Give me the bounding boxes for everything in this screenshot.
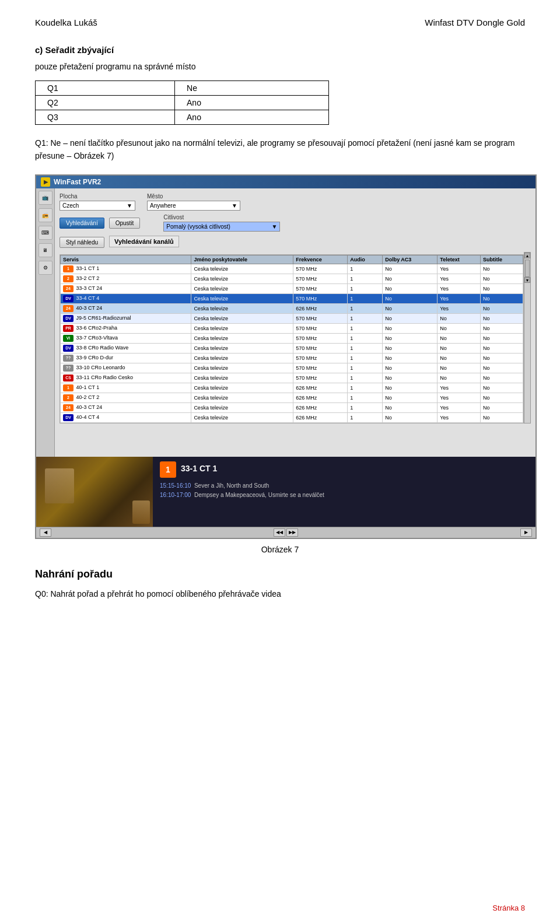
preview-info: 1 33-1 CT 1 15:15-16:10 Sever a Jih, Nor…: [153, 457, 536, 527]
channel-audio: 1: [348, 293, 383, 303]
plocha-label: Plocha: [60, 193, 135, 200]
channel-dolby: No: [383, 393, 438, 402]
nav-left-btn[interactable]: ◀: [40, 528, 51, 537]
channel-dolby: No: [383, 373, 438, 383]
channel-freq: 570 MHz: [293, 353, 348, 363]
scroll-up-btn[interactable]: ▲: [524, 253, 530, 258]
plocha-select[interactable]: Czech ▼: [60, 201, 135, 211]
channel-dolby: No: [383, 293, 438, 303]
titlebar-icon: ▶: [41, 177, 50, 187]
channel-row[interactable]: DV 33-4 CT 4 Ceska televize 570 MHz 1 No…: [61, 293, 523, 303]
citlivost-group: Citlivost Pomalý (vysoká citlivost) ▼: [163, 214, 280, 232]
channel-row[interactable]: ?? 33-10 CRo Leonardo Ceska televize 570…: [61, 363, 523, 373]
channel-audio: 1: [348, 343, 383, 353]
vyhledavani-button[interactable]: Vyhledávání: [60, 218, 104, 229]
scroll-down-btn[interactable]: ▼: [524, 277, 530, 283]
channel-teletext: No: [438, 363, 481, 373]
channel-servis: 2 33-2 CT 2: [61, 274, 191, 284]
table-header-row: Servis Jméno poskytovatele Frekvence Aud…: [61, 255, 523, 264]
page-number: Stránka 8: [492, 904, 525, 912]
channel-table: Servis Jméno poskytovatele Frekvence Aud…: [60, 255, 523, 423]
styl-nahledu-button[interactable]: Styl náhledu: [60, 237, 104, 248]
channel-row[interactable]: DV 40-4 CT 4 Ceska televize 626 MHz 1 No…: [61, 412, 523, 422]
channel-freq: 570 MHz: [293, 363, 348, 373]
citlivost-dropdown-icon: ▼: [271, 223, 277, 230]
channel-row[interactable]: 2 40-2 CT 2 Ceska televize 626 MHz 1 No …: [61, 393, 523, 402]
section-c-subtitle: pouze přetažení programu na správné míst…: [35, 62, 525, 71]
channel-teletext: No: [438, 333, 481, 343]
author: Koudelka Lukáš: [35, 18, 97, 27]
channel-freq: 626 MHz: [293, 402, 348, 412]
channel-row[interactable]: 2 33-2 CT 2 Ceska televize 570 MHz 1 No …: [61, 274, 523, 284]
channel-audio: 1: [348, 393, 383, 402]
channel-provider: Ceska televize: [191, 264, 293, 274]
channel-audio: 1: [348, 264, 383, 274]
nav-right-btn[interactable]: ▶: [520, 528, 532, 537]
recording-title: Nahrání pořadu: [35, 568, 525, 580]
channel-servis: DV 40-4 CT 4: [61, 412, 191, 422]
opustit-button[interactable]: Opustit: [109, 218, 141, 229]
scrollbar[interactable]: ▲ ▼: [524, 252, 531, 424]
mesto-select[interactable]: Anywhere ▼: [147, 201, 240, 211]
tv-icon: 📺: [38, 191, 52, 205]
citlivost-select[interactable]: Pomalý (vysoká citlivost) ▼: [163, 222, 280, 232]
channel-teletext: Yes: [438, 393, 481, 402]
channel-row[interactable]: DV J9-5 CR61-Radiozurnal Ceska televize …: [61, 313, 523, 323]
channel-freq: 626 MHz: [293, 383, 348, 393]
channel-teletext: Yes: [438, 402, 481, 412]
time-1: 15:15-16:10: [160, 482, 191, 489]
channel-teletext: Yes: [438, 264, 481, 274]
channel-audio: 1: [348, 313, 383, 323]
channel-subtitle: No: [480, 393, 523, 402]
channel-provider: Ceska televize: [191, 412, 293, 422]
form-row-1: Plocha Czech ▼ Město Anywhere ▼: [60, 193, 531, 211]
channel-subtitle: No: [480, 333, 523, 343]
channel-servis: 1 33-1 CT 1: [61, 264, 191, 274]
mesto-value: Anywhere: [150, 202, 176, 209]
channel-row[interactable]: 1 33-1 CT 1 Ceska televize 570 MHz 1 No …: [61, 264, 523, 274]
channel-row[interactable]: ?? 33-9 CRo D-dur Ceska televize 570 MHz…: [61, 353, 523, 363]
section-bar-label: Vyhledávání kanálů: [109, 236, 179, 247]
channel-provider: Ceska televize: [191, 293, 293, 303]
scroll-thumb[interactable]: [525, 260, 530, 277]
channel-freq: 570 MHz: [293, 313, 348, 323]
channel-row[interactable]: CS 33-11 CRo Radio Cesko Ceska televize …: [61, 373, 523, 383]
channel-servis: ?? 33-10 CRo Leonardo: [61, 363, 191, 373]
q1-value: Ne: [175, 81, 329, 96]
mesto-label: Město: [147, 193, 240, 200]
channel-row[interactable]: 24 40-3 CT 24 Ceska televize 626 MHz 1 N…: [61, 402, 523, 412]
nav-prev-btn[interactable]: ◀◀: [274, 528, 285, 537]
th-teletext: Teletext: [438, 255, 481, 264]
channel-dolby: No: [383, 323, 438, 333]
q3-value: Ano: [175, 110, 329, 125]
channel-provider: Ceska televize: [191, 402, 293, 412]
figure-caption: Obrázek 7: [35, 545, 525, 554]
channel-row[interactable]: PR 33-6 CRo2-Praha Ceska televize 570 MH…: [61, 323, 523, 333]
channel-dolby: No: [383, 313, 438, 323]
nav-next-btn[interactable]: ▶▶: [286, 528, 298, 537]
channel-row[interactable]: 24 40-3 CT 24 Ceska televize 626 MHz 1 N…: [61, 303, 523, 313]
channel-servis: CS 33-11 CRo Radio Cesko: [61, 373, 191, 383]
mesto-dropdown-icon: ▼: [232, 202, 237, 209]
channel-provider: Ceska televize: [191, 313, 293, 323]
channel-audio: 1: [348, 353, 383, 363]
titlebar-text: WinFast PVR2: [54, 178, 101, 186]
screenshot-body: 📺 📻 ⌨ 🖥 ⚙ Plocha Czech ▼: [36, 188, 536, 457]
q2-label: Q2: [36, 96, 175, 110]
mesto-group: Město Anywhere ▼: [147, 193, 240, 211]
channel-teletext: No: [438, 353, 481, 363]
channel-dolby: No: [383, 274, 438, 284]
channel-servis: PR 33-6 CRo2-Praha: [61, 323, 191, 333]
channel-provider: Ceska televize: [191, 274, 293, 284]
preview-area: 1 33-1 CT 1 15:15-16:10 Sever a Jih, Nor…: [36, 457, 536, 527]
channel-row[interactable]: 1 40-1 CT 1 Ceska televize 626 MHz 1 No …: [61, 383, 523, 393]
channel-dolby: No: [383, 264, 438, 274]
channel-table-container: Servis Jméno poskytovatele Frekvence Aud…: [60, 254, 524, 424]
preview-schedule: 15:15-16:10 Sever a Jih, North and South…: [160, 481, 528, 500]
channel-row[interactable]: VI 33-7 CRo3-Vltava Ceska televize 570 M…: [61, 333, 523, 343]
channel-audio: 1: [348, 284, 383, 293]
left-toolbar: 📺 📻 ⌨ 🖥 ⚙: [36, 188, 55, 457]
channel-freq: 570 MHz: [293, 373, 348, 383]
channel-row[interactable]: DV 33-8 CRo Radio Wave Ceska televize 57…: [61, 343, 523, 353]
channel-row[interactable]: 24 33-3 CT 24 Ceska televize 570 MHz 1 N…: [61, 284, 523, 293]
